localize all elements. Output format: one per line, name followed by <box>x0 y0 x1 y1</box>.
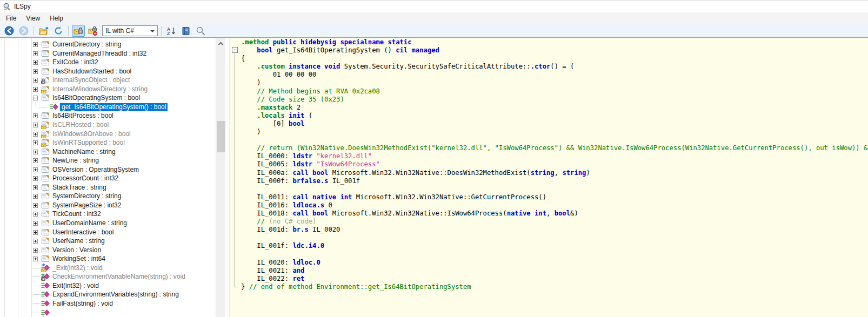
code-line <box>241 136 868 144</box>
search-icon <box>196 26 205 36</box>
expand-plus-icon[interactable] <box>33 51 38 56</box>
tree-item[interactable]: UserName : string <box>0 237 216 246</box>
tree-item[interactable]: ProcessorCount : int32 <box>0 174 216 183</box>
expand-plus-icon[interactable] <box>33 123 38 127</box>
expand-plus-icon[interactable] <box>33 212 38 217</box>
expand-plus-icon[interactable] <box>33 78 38 83</box>
tree-item[interactable]: CheckEnvironmentVariableName(string) : v… <box>0 272 216 281</box>
show-internal-api-icon <box>74 26 83 36</box>
tree-item-label: IsWindows8OrAbove : bool <box>52 130 131 138</box>
code-line: .method public hidebysig specialname sta… <box>241 38 868 46</box>
tree-item-label: IsWinRTSupported : bool <box>52 139 125 147</box>
back-button[interactable] <box>3 25 16 37</box>
tree-item[interactable]: UserDomainName : string <box>0 219 216 228</box>
expand-plus-icon[interactable] <box>33 69 38 74</box>
property-icon <box>41 40 50 49</box>
expand-plus-icon[interactable] <box>33 150 38 154</box>
tree-item[interactable]: Version : Version <box>0 246 216 255</box>
fold-collapse-icon[interactable] <box>232 47 238 53</box>
tree-item[interactable]: StackTrace : string <box>0 183 216 192</box>
expand-plus-icon[interactable] <box>33 140 38 145</box>
expand-plus-icon[interactable] <box>33 132 38 137</box>
show-internal-api-toggle[interactable] <box>72 25 85 37</box>
tree-item-label: Is64BitProcess : bool <box>52 112 113 120</box>
expand-plus-icon[interactable] <box>33 257 38 261</box>
property-icon <box>41 254 50 263</box>
search-button[interactable] <box>194 25 207 37</box>
tree-item[interactable]: CurrentDirectory : string <box>0 40 216 49</box>
tree-item[interactable]: InternalWindowsDirectory : string <box>0 85 216 94</box>
tree-item[interactable]: SystemDirectory : string <box>0 192 216 201</box>
expand-plus-icon[interactable] <box>33 158 38 163</box>
tree-scrollbar[interactable] <box>216 38 225 317</box>
expand-plus-icon[interactable] <box>33 230 38 235</box>
tree-item[interactable]: Exit(int32) : void <box>0 281 216 291</box>
tree-item[interactable]: ExitCode : int32 <box>0 58 216 67</box>
tree-item[interactable]: MachineName : string <box>0 147 216 157</box>
tree-connector <box>36 107 49 107</box>
tree-item[interactable]: IsCLRHosted : bool <box>0 120 216 130</box>
code-line: IL_0020: ldloc.0 <box>241 259 868 267</box>
tree-item[interactable]: InternalSyncObject : object <box>0 76 216 85</box>
tree-item[interactable]: IsWinRTSupported : bool <box>0 138 216 147</box>
tree-item[interactable]: _Exit(int32) : void <box>0 264 216 273</box>
menu-file[interactable]: File <box>1 14 21 23</box>
expand-plus-icon[interactable] <box>33 167 38 172</box>
scroll-up-icon[interactable] <box>218 42 224 48</box>
expand-plus-icon[interactable] <box>33 248 38 253</box>
tree-item[interactable] <box>0 308 216 317</box>
refresh-button[interactable] <box>52 25 65 37</box>
tree-item[interactable]: CurrentManagedThreadId : int32 <box>0 49 216 58</box>
svg-text:Z: Z <box>167 31 170 36</box>
expand-plus-icon[interactable] <box>33 176 38 181</box>
menu-help[interactable]: Help <box>45 14 68 23</box>
tree-item[interactable]: OSVersion : OperatingSystem <box>0 165 216 174</box>
tree-item[interactable]: FailFast(string) : void <box>0 299 216 308</box>
toolbar-separator <box>34 26 34 36</box>
il-code-view: .method public hidebysig specialname sta… <box>230 38 868 317</box>
expand-plus-icon[interactable] <box>33 239 38 244</box>
tree-item[interactable]: NewLine : string <box>0 156 216 165</box>
tree-scrollbar-thumb[interactable] <box>217 121 225 152</box>
expand-plus-icon[interactable] <box>33 113 38 118</box>
code-line: [0] bool <box>241 120 868 128</box>
sort-alphabetical-button[interactable]: A Z <box>165 25 178 37</box>
expand-plus-icon[interactable] <box>33 185 38 190</box>
expand-plus-icon[interactable] <box>33 203 38 208</box>
code-line: bool get_Is64BitOperatingSystem () cil m… <box>241 46 868 55</box>
tree-item[interactable]: TickCount : int32 <box>0 210 216 219</box>
code-line <box>241 185 868 193</box>
tree-item[interactable]: ExpandEnvironmentVariables(string) : str… <box>0 290 216 299</box>
tree-item-label: FailFast(string) : void <box>52 300 113 308</box>
property-icon <box>41 111 50 120</box>
expand-plus-icon[interactable] <box>33 42 38 47</box>
tree-item[interactable]: get_Is64BitOperatingSystem() : bool <box>0 103 216 112</box>
open-file-button[interactable] <box>37 25 50 37</box>
panel-splitter[interactable] <box>225 38 230 317</box>
tree-item-label: OSVersion : OperatingSystem <box>52 166 139 174</box>
tree-item[interactable]: SystemPageSize : int32 <box>0 201 216 210</box>
tree-item[interactable]: HasShutdownStarted : bool <box>0 67 216 76</box>
property-private-icon <box>41 76 50 84</box>
language-select[interactable]: IL with C# <box>102 25 158 36</box>
forward-button[interactable] <box>17 25 30 37</box>
show-private-api-toggle[interactable] <box>86 25 99 37</box>
title-bar: ILSpy <box>0 1 868 12</box>
code-line: IL_0018: call bool Microsoft.Win32.Win32… <box>241 210 868 218</box>
tree-connector <box>32 303 41 304</box>
tree-item[interactable]: Is64BitProcess : bool <box>0 111 216 120</box>
tree-item[interactable]: IsWindows8OrAbove : bool <box>0 130 216 139</box>
library-button[interactable] <box>179 25 192 37</box>
method-icon <box>50 103 58 111</box>
tree-item-label: Version : Version <box>52 246 101 254</box>
property-icon <box>41 237 50 245</box>
expand-plus-icon[interactable] <box>33 87 38 92</box>
tree-item[interactable]: Is64BitOperatingSystem : bool <box>0 93 216 103</box>
app-icon <box>3 2 11 11</box>
expand-plus-icon[interactable] <box>33 194 38 199</box>
expand-plus-icon[interactable] <box>33 221 38 226</box>
tree-item[interactable]: UserInteractive : bool <box>0 228 216 237</box>
menu-view[interactable]: View <box>21 14 45 23</box>
tree-item[interactable]: WorkingSet : int64 <box>0 254 216 264</box>
expand-plus-icon[interactable] <box>33 60 38 65</box>
